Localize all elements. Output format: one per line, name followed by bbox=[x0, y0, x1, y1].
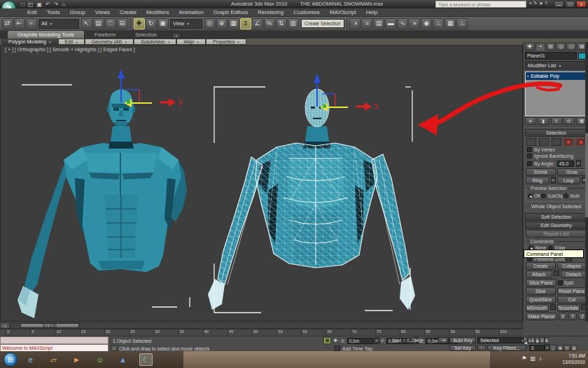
ribbon-tab[interactable]: Freeform bbox=[85, 31, 125, 39]
bind-spacewarp-icon[interactable]: ≈ bbox=[26, 18, 37, 29]
taskbar-app-icon[interactable]: ▲ bbox=[116, 353, 130, 366]
communication-center-icon[interactable]: ✎ bbox=[533, 1, 538, 6]
soft-selection-rollout-header[interactable]: Soft Selection bbox=[525, 213, 587, 221]
polygon-icon[interactable]: ■ bbox=[564, 138, 573, 146]
by-angle-spinner[interactable]: ▴▾ bbox=[576, 160, 581, 167]
ribbon-panel-button[interactable]: Align bbox=[176, 39, 206, 45]
msmooth-button[interactable]: MSmooth bbox=[526, 304, 549, 312]
ribbon-panel-button[interactable]: Subdivision bbox=[134, 39, 176, 45]
named-sets-icon[interactable]: ▥ bbox=[288, 18, 299, 29]
vertex-icon[interactable]: ∴ bbox=[526, 138, 536, 146]
help-icon[interactable]: ? bbox=[545, 1, 547, 6]
window-crossing-icon[interactable]: ⊟ bbox=[117, 18, 128, 29]
infocenter-search-icon[interactable]: ⌖ bbox=[529, 1, 532, 6]
unlink-selection-icon[interactable]: ⇤ bbox=[14, 18, 25, 29]
by-vertex-checkbox[interactable]: By Vertex bbox=[527, 147, 555, 152]
schematic-view-icon[interactable]: ⋄ bbox=[409, 18, 420, 29]
percent-snap-icon[interactable]: % bbox=[264, 18, 275, 29]
shrink-button[interactable]: Shrink bbox=[526, 168, 556, 176]
model-left-solid[interactable] bbox=[18, 89, 187, 318]
maxscript-mini-listener-top[interactable] bbox=[0, 336, 108, 344]
current-frame-field[interactable]: 0 bbox=[529, 345, 545, 351]
modifier-stack-entry[interactable]: ▪ Editable Poly bbox=[526, 72, 587, 80]
infocenter-search-input[interactable] bbox=[435, 1, 526, 8]
taskbar-ie-icon[interactable]: e bbox=[24, 353, 37, 366]
by-angle-value[interactable]: 45,0 bbox=[557, 161, 574, 167]
panel-scrollbar[interactable] bbox=[585, 42, 588, 322]
menu-item[interactable]: MAXScript bbox=[325, 9, 361, 15]
detach-button[interactable]: Detach bbox=[561, 271, 587, 278]
key-cursor-icon[interactable]: ⇥ bbox=[438, 337, 448, 343]
fov-icon[interactable]: ◇ bbox=[550, 345, 556, 351]
slice-button[interactable]: Slice bbox=[526, 287, 556, 295]
zoom-extents-icon[interactable]: ⊡ bbox=[540, 337, 545, 343]
x-coordinate-field[interactable]: 0,0m bbox=[347, 338, 374, 344]
ribbon-tab[interactable]: Selection bbox=[125, 31, 167, 39]
align-icon[interactable]: ≡ bbox=[361, 18, 372, 29]
ribbon-panel-button[interactable]: Properties bbox=[206, 39, 246, 45]
make-unique-icon[interactable]: V bbox=[551, 117, 562, 125]
add-time-tag[interactable]: Add Time Tag bbox=[335, 346, 372, 351]
modifier-list-dropdown[interactable]: Modifier List bbox=[525, 61, 587, 69]
selection-rollout-header[interactable]: Selection bbox=[525, 129, 587, 137]
curve-editor-icon[interactable]: ∿ bbox=[397, 18, 408, 29]
zoom-extents-all-icon[interactable]: ⊞ bbox=[545, 337, 550, 343]
by-angle-checkbox[interactable]: By Angle: 45,0 ▴▾ bbox=[527, 160, 581, 167]
rect-region-icon[interactable]: □ bbox=[105, 18, 116, 29]
redo-icon[interactable]: ↷ bbox=[52, 1, 60, 8]
reset-plane-button[interactable]: Reset Plane bbox=[557, 287, 587, 295]
use-pivot-center-icon[interactable]: ◎ bbox=[204, 18, 216, 29]
select-scale-icon[interactable]: ▣ bbox=[158, 18, 169, 29]
preview-off-radio[interactable] bbox=[528, 193, 533, 198]
model-right-wireframe[interactable] bbox=[208, 89, 415, 310]
mirror-icon[interactable]: ◑ bbox=[349, 18, 360, 29]
frame-spinner[interactable]: ▴▾ bbox=[545, 344, 550, 351]
project-folder-icon[interactable]: ⌂ bbox=[60, 1, 66, 8]
named-selection-sets-field[interactable]: Create Selection bbox=[301, 19, 344, 28]
menu-item[interactable]: Animation bbox=[174, 9, 209, 15]
collapse-button[interactable]: Collapse bbox=[557, 262, 587, 270]
show-end-result-icon[interactable]: ▮ bbox=[538, 117, 549, 125]
create-tab-icon[interactable]: ✚ bbox=[525, 43, 535, 50]
slice-plane-button[interactable]: Slice Plane bbox=[526, 279, 556, 287]
start-button[interactable]: ⊞ bbox=[4, 353, 18, 367]
hierarchy-tab-icon[interactable]: ⊞ bbox=[546, 43, 556, 50]
repeat-last-button[interactable]: Repeat Last bbox=[526, 230, 587, 238]
minimize-button[interactable]: — bbox=[554, 1, 564, 8]
pan-icon[interactable]: ✚ bbox=[556, 345, 564, 351]
edit-geometry-rollout-header[interactable]: Edit Geometry bbox=[525, 222, 587, 229]
key-filters-button[interactable]: Key Filters... bbox=[487, 345, 526, 351]
make-planar-y-button[interactable]: Y bbox=[568, 313, 577, 320]
ribbon-panel-button[interactable]: Edit bbox=[58, 39, 85, 45]
ignore-backfacing-checkbox[interactable]: Ignore Backfacing bbox=[527, 154, 573, 158]
ring-spinner[interactable]: ▴▾ bbox=[551, 177, 556, 184]
auto-key-button[interactable]: Auto Key bbox=[449, 337, 476, 343]
selection-lock-icon[interactable]: ∩ bbox=[111, 345, 118, 351]
set-key-icon[interactable]: ◌ bbox=[477, 345, 486, 351]
material-editor-icon[interactable]: ◉ bbox=[421, 18, 432, 29]
save-file-icon[interactable]: ▣ bbox=[35, 1, 43, 8]
keyboard-override-icon[interactable]: ▦ bbox=[228, 18, 239, 29]
menu-item[interactable]: Edit bbox=[22, 9, 42, 15]
menu-item[interactable]: Views bbox=[90, 9, 115, 15]
grow-button[interactable]: Grow bbox=[557, 168, 587, 176]
restore-button[interactable]: □ bbox=[565, 1, 575, 8]
snaps-toggle-icon[interactable]: 3 bbox=[240, 18, 251, 29]
close-button[interactable]: × bbox=[576, 1, 587, 8]
border-icon[interactable]: ○ bbox=[552, 138, 561, 146]
reference-coordinate-dropdown[interactable]: View bbox=[170, 19, 202, 29]
menu-item[interactable]: Help bbox=[361, 9, 382, 15]
create-button[interactable]: Create bbox=[526, 262, 556, 270]
layer-manager-icon[interactable]: ▤ bbox=[373, 18, 384, 29]
remove-modifier-icon[interactable]: ⊖ bbox=[564, 117, 575, 125]
edge-icon[interactable]: / bbox=[539, 138, 549, 146]
quickslice-button[interactable]: QuickSlice bbox=[526, 296, 556, 304]
mini-curve-editor-icon[interactable]: ∿ bbox=[0, 322, 10, 329]
time-slider-handle[interactable]: 0 / 100 bbox=[20, 323, 79, 328]
select-by-name-icon[interactable]: ▤ bbox=[93, 18, 104, 29]
selection-filter-dropdown[interactable]: All bbox=[38, 19, 79, 29]
split-checkbox[interactable] bbox=[558, 280, 563, 285]
element-icon[interactable]: ■ bbox=[576, 138, 586, 146]
spinner-snap-icon[interactable]: ⇅ bbox=[276, 18, 287, 29]
taskbar-clock[interactable]: 7:51 AM 13/03/2010 bbox=[562, 353, 585, 365]
